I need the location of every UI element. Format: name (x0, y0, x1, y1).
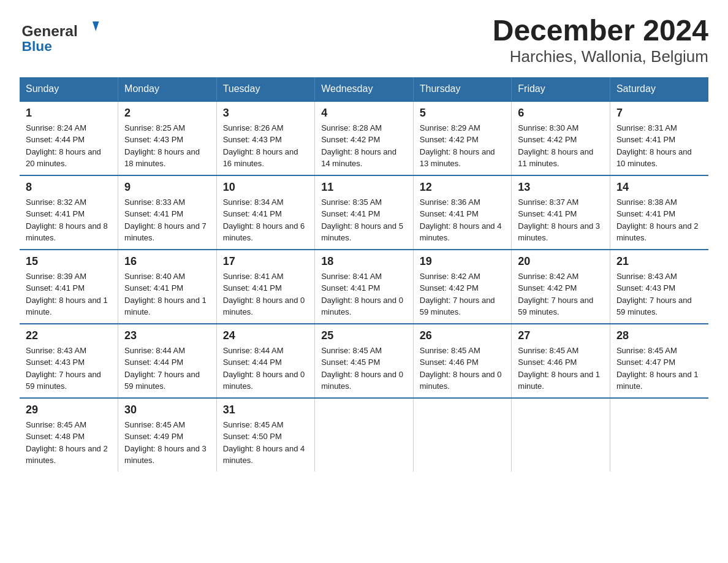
sunrise-label: Sunrise: 8:45 AM (124, 420, 185, 429)
day-number: 23 (124, 329, 210, 342)
day-cell-6: 6 Sunrise: 8:30 AM Sunset: 4:42 PM Dayli… (512, 101, 610, 175)
day-number: 1 (26, 107, 112, 120)
header-friday: Friday (512, 77, 610, 101)
calendar-header-row: SundayMondayTuesdayWednesdayThursdayFrid… (20, 77, 708, 101)
daylight-label: Daylight: 8 hours and 2 minutes. (26, 444, 108, 465)
sunrise-label: Sunrise: 8:38 AM (616, 197, 677, 207)
day-info: Sunrise: 8:25 AM Sunset: 4:43 PM Dayligh… (124, 122, 210, 170)
day-number: 5 (420, 107, 506, 120)
sunset-label: Sunset: 4:50 PM (223, 432, 282, 441)
day-info: Sunrise: 8:35 AM Sunset: 4:41 PM Dayligh… (321, 196, 407, 244)
day-number: 19 (420, 255, 506, 268)
sunset-label: Sunset: 4:41 PM (124, 209, 183, 218)
sunrise-label: Sunrise: 8:44 AM (223, 346, 284, 355)
day-number: 17 (223, 255, 309, 268)
day-info: Sunrise: 8:24 AM Sunset: 4:44 PM Dayligh… (26, 122, 112, 170)
day-info: Sunrise: 8:33 AM Sunset: 4:41 PM Dayligh… (124, 196, 210, 244)
daylight-label: Daylight: 8 hours and 0 minutes. (223, 370, 305, 391)
daylight-label: Daylight: 7 hours and 59 minutes. (616, 296, 692, 317)
day-cell-29: 29 Sunrise: 8:45 AM Sunset: 4:48 PM Dayl… (20, 398, 118, 472)
sunset-label: Sunset: 4:41 PM (26, 283, 85, 293)
day-cell-20: 20 Sunrise: 8:42 AM Sunset: 4:42 PM Dayl… (512, 250, 610, 324)
sunset-label: Sunset: 4:43 PM (26, 358, 85, 367)
sunrise-label: Sunrise: 8:43 AM (616, 272, 677, 281)
day-cell-21: 21 Sunrise: 8:43 AM Sunset: 4:43 PM Dayl… (610, 250, 708, 324)
daylight-label: Daylight: 8 hours and 0 minutes. (420, 370, 502, 391)
daylight-label: Daylight: 7 hours and 59 minutes. (518, 296, 593, 317)
daylight-label: Daylight: 8 hours and 1 minute. (124, 296, 207, 317)
daylight-label: Daylight: 8 hours and 11 minutes. (518, 147, 593, 169)
daylight-label: Daylight: 8 hours and 20 minutes. (26, 147, 101, 169)
sunset-label: Sunset: 4:46 PM (420, 358, 479, 367)
calendar-subtitle: Harchies, Wallonia, Belgium (493, 47, 708, 66)
week-row-3: 15 Sunrise: 8:39 AM Sunset: 4:41 PM Dayl… (20, 250, 708, 324)
daylight-label: Daylight: 8 hours and 3 minutes. (518, 221, 600, 243)
header-thursday: Thursday (413, 77, 512, 101)
daylight-label: Daylight: 8 hours and 8 minutes. (26, 221, 108, 243)
sunset-label: Sunset: 4:42 PM (420, 135, 479, 144)
daylight-label: Daylight: 8 hours and 4 minutes. (420, 221, 502, 243)
sunrise-label: Sunrise: 8:24 AM (26, 123, 86, 132)
svg-marker-1 (93, 21, 99, 31)
sunrise-label: Sunrise: 8:33 AM (124, 197, 185, 207)
day-info: Sunrise: 8:26 AM Sunset: 4:43 PM Dayligh… (223, 122, 309, 170)
day-info: Sunrise: 8:42 AM Sunset: 4:42 PM Dayligh… (518, 270, 604, 318)
sunrise-label: Sunrise: 8:45 AM (26, 420, 86, 429)
daylight-label: Daylight: 8 hours and 3 minutes. (124, 444, 207, 465)
sunset-label: Sunset: 4:41 PM (26, 209, 85, 218)
empty-cell (610, 398, 708, 472)
week-row-4: 22 Sunrise: 8:43 AM Sunset: 4:43 PM Dayl… (20, 324, 708, 398)
sunset-label: Sunset: 4:42 PM (518, 135, 577, 144)
day-cell-26: 26 Sunrise: 8:45 AM Sunset: 4:46 PM Dayl… (413, 324, 512, 398)
day-info: Sunrise: 8:43 AM Sunset: 4:43 PM Dayligh… (616, 270, 702, 318)
empty-cell (413, 398, 512, 472)
sunrise-label: Sunrise: 8:25 AM (124, 123, 185, 132)
daylight-label: Daylight: 8 hours and 7 minutes. (124, 221, 207, 243)
daylight-label: Daylight: 8 hours and 13 minutes. (420, 147, 495, 169)
empty-cell (512, 398, 610, 472)
sunset-label: Sunset: 4:44 PM (26, 135, 85, 144)
sunset-label: Sunset: 4:41 PM (518, 209, 577, 218)
sunset-label: Sunset: 4:46 PM (518, 358, 577, 367)
day-cell-22: 22 Sunrise: 8:43 AM Sunset: 4:43 PM Dayl… (20, 324, 118, 398)
empty-cell (315, 398, 414, 472)
day-number: 2 (124, 107, 210, 120)
day-number: 27 (518, 329, 604, 342)
svg-text:General: General (22, 23, 78, 39)
day-number: 22 (26, 329, 112, 342)
day-info: Sunrise: 8:42 AM Sunset: 4:42 PM Dayligh… (420, 270, 506, 318)
sunset-label: Sunset: 4:44 PM (124, 358, 183, 367)
day-info: Sunrise: 8:29 AM Sunset: 4:42 PM Dayligh… (420, 122, 506, 170)
daylight-label: Daylight: 8 hours and 4 minutes. (223, 444, 305, 465)
sunrise-label: Sunrise: 8:35 AM (321, 197, 382, 207)
day-number: 6 (518, 107, 604, 120)
day-number: 15 (26, 255, 112, 268)
header-saturday: Saturday (610, 77, 708, 101)
day-number: 16 (124, 255, 210, 268)
day-info: Sunrise: 8:38 AM Sunset: 4:41 PM Dayligh… (616, 196, 702, 244)
sunset-label: Sunset: 4:48 PM (26, 432, 85, 441)
day-cell-17: 17 Sunrise: 8:41 AM Sunset: 4:41 PM Dayl… (216, 250, 315, 324)
day-info: Sunrise: 8:39 AM Sunset: 4:41 PM Dayligh… (26, 270, 112, 318)
sunset-label: Sunset: 4:42 PM (518, 283, 577, 293)
day-number: 7 (616, 107, 702, 120)
day-cell-13: 13 Sunrise: 8:37 AM Sunset: 4:41 PM Dayl… (512, 175, 610, 250)
day-cell-25: 25 Sunrise: 8:45 AM Sunset: 4:45 PM Dayl… (315, 324, 414, 398)
week-row-1: 1 Sunrise: 8:24 AM Sunset: 4:44 PM Dayli… (20, 101, 708, 175)
sunrise-label: Sunrise: 8:45 AM (223, 420, 284, 429)
page-header: General Blue December 2024 Harchies, Wal… (20, 15, 708, 66)
day-info: Sunrise: 8:41 AM Sunset: 4:41 PM Dayligh… (223, 270, 309, 318)
sunrise-label: Sunrise: 8:43 AM (26, 346, 86, 355)
sunset-label: Sunset: 4:41 PM (321, 209, 380, 218)
sunset-label: Sunset: 4:43 PM (616, 283, 675, 293)
sunrise-label: Sunrise: 8:45 AM (616, 346, 677, 355)
day-info: Sunrise: 8:34 AM Sunset: 4:41 PM Dayligh… (223, 196, 309, 244)
daylight-label: Daylight: 8 hours and 1 minute. (518, 370, 600, 391)
sunrise-label: Sunrise: 8:39 AM (26, 272, 86, 281)
sunrise-label: Sunrise: 8:42 AM (420, 272, 480, 281)
sunset-label: Sunset: 4:49 PM (124, 432, 183, 441)
sunrise-label: Sunrise: 8:32 AM (26, 197, 86, 207)
daylight-label: Daylight: 8 hours and 1 minute. (26, 296, 108, 317)
day-cell-30: 30 Sunrise: 8:45 AM Sunset: 4:49 PM Dayl… (118, 398, 217, 472)
day-number: 31 (223, 404, 309, 416)
